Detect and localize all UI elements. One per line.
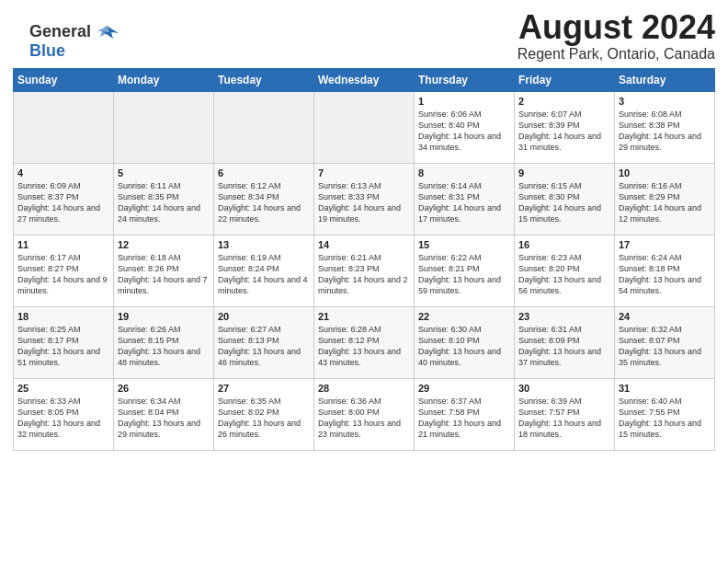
day-info: Sunrise: 6:18 AMSunset: 8:26 PMDaylight:… <box>118 252 210 297</box>
calendar-cell: 18Sunrise: 6:25 AMSunset: 8:17 PMDayligh… <box>14 306 114 378</box>
calendar-cell: 11Sunrise: 6:17 AMSunset: 8:27 PMDayligh… <box>14 235 114 306</box>
day-info: Sunrise: 6:28 AMSunset: 8:12 PMDaylight:… <box>318 324 410 369</box>
calendar-cell <box>314 91 415 163</box>
weekday-header-row: SundayMondayTuesdayWednesdayThursdayFrid… <box>14 68 715 91</box>
calendar-cell: 5Sunrise: 6:11 AMSunset: 8:35 PMDaylight… <box>114 163 214 235</box>
day-info: Sunrise: 6:16 AMSunset: 8:29 PMDaylight:… <box>619 180 711 225</box>
calendar-cell: 9Sunrise: 6:15 AMSunset: 8:30 PMDaylight… <box>515 163 615 235</box>
calendar-cell: 25Sunrise: 6:33 AMSunset: 8:05 PMDayligh… <box>14 378 114 450</box>
day-number: 25 <box>17 383 109 394</box>
day-number: 7 <box>318 167 410 178</box>
day-info: Sunrise: 6:24 AMSunset: 8:18 PMDaylight:… <box>619 252 711 297</box>
calendar-cell: 6Sunrise: 6:12 AMSunset: 8:34 PMDaylight… <box>214 163 314 235</box>
calendar-cell: 27Sunrise: 6:35 AMSunset: 8:02 PMDayligh… <box>214 378 314 450</box>
calendar-cell: 17Sunrise: 6:24 AMSunset: 8:18 PMDayligh… <box>615 235 715 306</box>
day-number: 27 <box>218 383 310 394</box>
calendar-week-4: 18Sunrise: 6:25 AMSunset: 8:17 PMDayligh… <box>14 306 715 378</box>
calendar-cell: 22Sunrise: 6:30 AMSunset: 8:10 PMDayligh… <box>415 306 515 378</box>
day-info: Sunrise: 6:13 AMSunset: 8:33 PMDaylight:… <box>318 180 410 225</box>
day-info: Sunrise: 6:15 AMSunset: 8:30 PMDaylight:… <box>518 180 610 225</box>
day-info: Sunrise: 6:12 AMSunset: 8:34 PMDaylight:… <box>218 180 310 225</box>
calendar-cell: 20Sunrise: 6:27 AMSunset: 8:13 PMDayligh… <box>214 306 314 378</box>
day-info: Sunrise: 6:40 AMSunset: 7:55 PMDaylight:… <box>619 396 711 441</box>
calendar-cell: 30Sunrise: 6:39 AMSunset: 7:57 PMDayligh… <box>515 378 615 450</box>
day-number: 24 <box>619 311 711 322</box>
calendar-cell: 2Sunrise: 6:07 AMSunset: 8:39 PMDaylight… <box>515 91 615 163</box>
calendar-cell: 29Sunrise: 6:37 AMSunset: 7:58 PMDayligh… <box>415 378 515 450</box>
calendar-table: SundayMondayTuesdayWednesdayThursdayFrid… <box>13 68 715 451</box>
day-number: 29 <box>418 383 510 394</box>
calendar-cell: 1Sunrise: 6:06 AMSunset: 8:40 PMDaylight… <box>415 91 515 163</box>
day-info: Sunrise: 6:31 AMSunset: 8:09 PMDaylight:… <box>518 324 610 369</box>
calendar-cell: 15Sunrise: 6:22 AMSunset: 8:21 PMDayligh… <box>415 235 515 306</box>
calendar-cell: 7Sunrise: 6:13 AMSunset: 8:33 PMDaylight… <box>314 163 415 235</box>
day-number: 8 <box>418 167 510 178</box>
calendar-cell: 31Sunrise: 6:40 AMSunset: 7:55 PMDayligh… <box>615 378 715 450</box>
calendar-cell: 10Sunrise: 6:16 AMSunset: 8:29 PMDayligh… <box>615 163 715 235</box>
day-info: Sunrise: 6:23 AMSunset: 8:20 PMDaylight:… <box>518 252 610 297</box>
weekday-header-thursday: Thursday <box>415 68 515 91</box>
day-number: 16 <box>518 239 610 250</box>
day-info: Sunrise: 6:08 AMSunset: 8:38 PMDaylight:… <box>619 109 711 154</box>
day-number: 19 <box>118 311 210 322</box>
logo-bird-icon <box>93 24 120 40</box>
day-number: 11 <box>17 239 109 250</box>
day-number: 6 <box>218 167 310 178</box>
calendar-cell: 24Sunrise: 6:32 AMSunset: 8:07 PMDayligh… <box>615 306 715 378</box>
calendar-cell: 19Sunrise: 6:26 AMSunset: 8:15 PMDayligh… <box>114 306 214 378</box>
calendar-cell: 26Sunrise: 6:34 AMSunset: 8:04 PMDayligh… <box>114 378 214 450</box>
day-number: 30 <box>518 383 610 394</box>
day-number: 15 <box>418 239 510 250</box>
calendar-cell: 8Sunrise: 6:14 AMSunset: 8:31 PMDaylight… <box>415 163 515 235</box>
weekday-header-saturday: Saturday <box>615 68 715 91</box>
day-info: Sunrise: 6:09 AMSunset: 8:37 PMDaylight:… <box>17 180 109 225</box>
day-info: Sunrise: 6:06 AMSunset: 8:40 PMDaylight:… <box>418 109 510 154</box>
calendar-cell <box>14 91 114 163</box>
day-info: Sunrise: 6:21 AMSunset: 8:23 PMDaylight:… <box>318 252 410 297</box>
day-info: Sunrise: 6:07 AMSunset: 8:39 PMDaylight:… <box>518 109 610 154</box>
day-info: Sunrise: 6:37 AMSunset: 7:58 PMDaylight:… <box>418 396 510 441</box>
day-number: 14 <box>318 239 410 250</box>
calendar-cell <box>114 91 214 163</box>
weekday-header-wednesday: Wednesday <box>314 68 415 91</box>
calendar-cell <box>214 91 314 163</box>
day-number: 10 <box>619 167 711 178</box>
calendar-cell: 3Sunrise: 6:08 AMSunset: 8:38 PMDaylight… <box>615 91 715 163</box>
day-info: Sunrise: 6:11 AMSunset: 8:35 PMDaylight:… <box>118 180 210 225</box>
day-info: Sunrise: 6:17 AMSunset: 8:27 PMDaylight:… <box>17 252 109 297</box>
day-info: Sunrise: 6:34 AMSunset: 8:04 PMDaylight:… <box>118 396 210 441</box>
weekday-header-monday: Monday <box>114 68 214 91</box>
calendar-week-5: 25Sunrise: 6:33 AMSunset: 8:05 PMDayligh… <box>14 378 715 450</box>
day-info: Sunrise: 6:33 AMSunset: 8:05 PMDaylight:… <box>17 396 109 441</box>
day-info: Sunrise: 6:22 AMSunset: 8:21 PMDaylight:… <box>418 252 510 297</box>
day-number: 2 <box>518 96 610 107</box>
day-info: Sunrise: 6:32 AMSunset: 8:07 PMDaylight:… <box>619 324 711 369</box>
day-info: Sunrise: 6:19 AMSunset: 8:24 PMDaylight:… <box>218 252 310 297</box>
calendar-cell: 13Sunrise: 6:19 AMSunset: 8:24 PMDayligh… <box>214 235 314 306</box>
main-container: General Blue August 2024 Regent Park, On… <box>0 0 728 460</box>
calendar-cell: 28Sunrise: 6:36 AMSunset: 8:00 PMDayligh… <box>314 378 415 450</box>
day-number: 20 <box>218 311 310 322</box>
day-number: 23 <box>518 311 610 322</box>
calendar-week-3: 11Sunrise: 6:17 AMSunset: 8:27 PMDayligh… <box>14 235 715 306</box>
day-info: Sunrise: 6:25 AMSunset: 8:17 PMDaylight:… <box>17 324 109 369</box>
calendar-body: 1Sunrise: 6:06 AMSunset: 8:40 PMDaylight… <box>14 91 715 450</box>
calendar-week-2: 4Sunrise: 6:09 AMSunset: 8:37 PMDaylight… <box>14 163 715 235</box>
day-number: 18 <box>17 311 109 322</box>
weekday-header-tuesday: Tuesday <box>214 68 314 91</box>
day-info: Sunrise: 6:27 AMSunset: 8:13 PMDaylight:… <box>218 324 310 369</box>
day-number: 31 <box>619 383 711 394</box>
logo: General Blue <box>29 22 120 61</box>
day-number: 17 <box>619 239 711 250</box>
day-number: 9 <box>518 167 610 178</box>
logo-blue: Blue <box>29 41 65 61</box>
day-number: 26 <box>118 383 210 394</box>
calendar-cell: 16Sunrise: 6:23 AMSunset: 8:20 PMDayligh… <box>515 235 615 306</box>
calendar-week-1: 1Sunrise: 6:06 AMSunset: 8:40 PMDaylight… <box>14 91 715 163</box>
day-number: 1 <box>418 96 510 107</box>
calendar-cell: 14Sunrise: 6:21 AMSunset: 8:23 PMDayligh… <box>314 235 415 306</box>
day-number: 28 <box>318 383 410 394</box>
day-number: 12 <box>118 239 210 250</box>
day-info: Sunrise: 6:36 AMSunset: 8:00 PMDaylight:… <box>318 396 410 441</box>
calendar-cell: 12Sunrise: 6:18 AMSunset: 8:26 PMDayligh… <box>114 235 214 306</box>
